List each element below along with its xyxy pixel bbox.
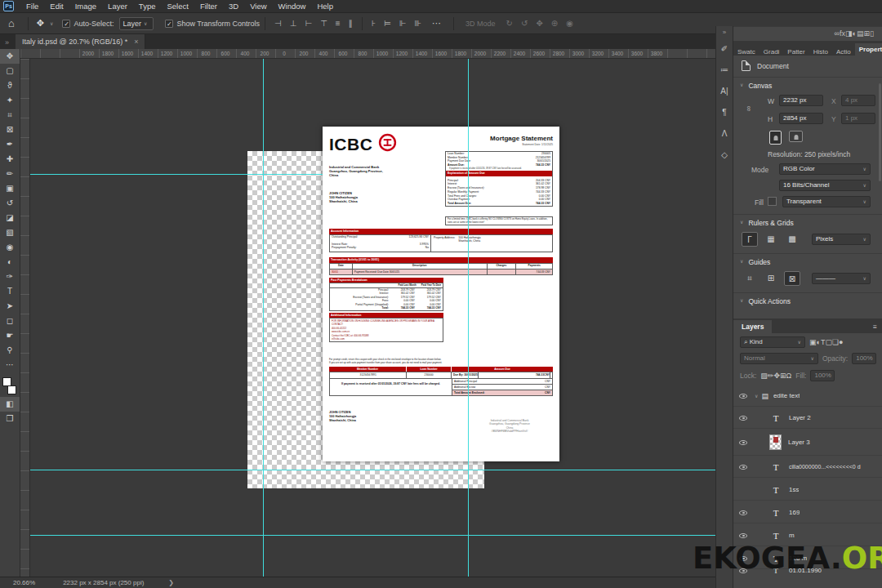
chevron-down-icon[interactable]: ∨ [755, 393, 758, 399]
mode-dropdown[interactable]: RGB Color∨ [779, 163, 871, 175]
tab-properties[interactable]: Properties [855, 43, 882, 56]
menu-item[interactable]: Help [311, 2, 339, 11]
auto-select-target-dropdown[interactable]: Layer ∨ [119, 17, 154, 30]
tool-button[interactable]: ⌗ [0, 108, 20, 122]
tab-layers[interactable]: Layers [733, 320, 772, 333]
tool-button[interactable]: ⊠ [0, 122, 20, 137]
tab-overflow-icon[interactable]: » [0, 38, 16, 49]
panel-tab[interactable]: Patter [783, 46, 808, 58]
collapsed-panel-icon[interactable]: ✐ [716, 38, 733, 60]
tool-button[interactable]: ✚ [0, 152, 20, 167]
layer-row[interactable]: Layer 3 [733, 430, 882, 456]
layer-row[interactable]: T Layer 2 [733, 408, 882, 429]
panel-tab[interactable]: Histo [809, 46, 832, 58]
menu-item[interactable]: Filter [194, 2, 223, 11]
lock-guides-button[interactable]: ⊞ [763, 271, 779, 286]
layer-row-group[interactable]: ∨ ▤ edite text [733, 385, 882, 407]
collapsed-panel-icon[interactable]: ¶ [716, 102, 733, 123]
layers-action-icon[interactable]: ⊞ [864, 29, 871, 38]
tool-button[interactable]: ✒ [0, 137, 20, 152]
quick-actions-section-header[interactable]: ∨Quick Actions [740, 297, 791, 305]
tool-button[interactable]: ✏ [0, 167, 20, 181]
tool-button[interactable]: ✦ [0, 93, 20, 108]
photoshop-logo-icon[interactable]: Ps [3, 1, 14, 11]
visibility-toggle[interactable] [739, 394, 747, 399]
align-icon[interactable]: ⊣ [270, 19, 286, 28]
distribute-icon[interactable]: ⊦ [368, 19, 380, 28]
align-icon[interactable]: ⊥ [286, 19, 301, 28]
tool-button[interactable]: ◧ [0, 397, 20, 412]
tool-button[interactable]: ▢ [0, 64, 20, 78]
align-icon[interactable]: ≡ [332, 19, 345, 28]
tool-button[interactable]: ☛ [0, 328, 20, 343]
color-swatches[interactable] [0, 376, 20, 397]
layers-menu-icon[interactable]: ≡ [868, 323, 882, 333]
portrait-orientation-button[interactable] [769, 131, 782, 145]
foreground-color-swatch[interactable] [2, 377, 11, 386]
zoom-level[interactable]: 20.66% [13, 579, 35, 586]
visibility-toggle[interactable] [739, 465, 747, 470]
layer-row[interactable]: T 169 [733, 502, 882, 523]
more-options-icon[interactable]: ⋯ [425, 18, 448, 29]
opacity-field[interactable]: 100% [852, 353, 876, 364]
guide-style-dropdown[interactable]: ———∨ [812, 273, 871, 284]
toggle-rulers-button[interactable]: Γ [742, 232, 758, 247]
edit-guides-button[interactable]: ⊠ [784, 271, 800, 286]
layers-action-icon[interactable]: ◨ [845, 29, 853, 38]
rulers-grids-section-header[interactable]: ∨Rulers & Grids [740, 219, 794, 227]
layer-row[interactable]: T 1ss [733, 479, 882, 501]
menu-item[interactable]: Image [69, 2, 102, 11]
auto-select-checkbox[interactable]: ✓ [62, 20, 70, 28]
guides-section-header[interactable]: ∨Guides [740, 258, 770, 266]
menu-item[interactable]: Window [273, 2, 312, 11]
collapsed-panel-icon[interactable]: A| [716, 81, 733, 102]
tool-button[interactable]: ↺ [0, 196, 20, 211]
tool-button[interactable]: ϑ [0, 78, 20, 93]
fill-swatch[interactable] [768, 197, 777, 206]
collapsed-panel-icon[interactable]: Ʌ [716, 123, 733, 145]
tool-button[interactable]: ⚲ [0, 343, 20, 358]
menu-item[interactable]: Type [133, 2, 162, 11]
layer-filter-icon[interactable]: ▢ [825, 338, 832, 346]
layer-row[interactable]: T cilla0000000...<<<<<<<<0 d [733, 457, 882, 478]
menu-item[interactable]: View [244, 2, 272, 11]
align-icon[interactable]: ⊢ [301, 19, 316, 28]
collapsed-panel-icon[interactable]: ◇ [716, 145, 733, 166]
status-arrow-icon[interactable]: ❯ [168, 579, 174, 586]
tool-button[interactable]: ◪ [0, 211, 20, 225]
tool-button[interactable]: ✑ [0, 270, 20, 284]
link-dimensions-icon[interactable]: ∞ [745, 106, 753, 111]
tool-button[interactable]: T [0, 284, 20, 299]
collapsed-panel-icon[interactable]: ≔ [716, 60, 733, 81]
panel-tab[interactable]: Gradi [760, 46, 784, 58]
distribute-icon[interactable]: ⊨ [380, 19, 395, 28]
show-transform-checkbox[interactable]: ✓ [165, 20, 173, 28]
home-icon[interactable]: ⌂ [0, 17, 23, 29]
layer-filter-icon[interactable]: ▣ [809, 338, 817, 346]
tool-button[interactable]: ✥ [0, 49, 20, 64]
visibility-toggle[interactable] [739, 440, 747, 445]
visibility-toggle[interactable] [739, 533, 747, 538]
toggle-pixel-grid-button[interactable]: ▩ [784, 232, 800, 247]
align-icon[interactable]: ⊤ [316, 19, 332, 28]
tool-button[interactable]: ▣ [0, 181, 20, 196]
layer-fill-field[interactable]: 100% [810, 370, 835, 381]
layer-filter-dropdown[interactable]: ⌕ Kind ∨ [740, 336, 805, 348]
tool-button[interactable]: ❐ [0, 412, 20, 426]
menu-item[interactable]: File [20, 2, 44, 11]
tool-button[interactable]: ◉ [0, 240, 20, 255]
tool-button[interactable]: ➤ [0, 299, 20, 314]
background-color-swatch[interactable] [7, 385, 16, 394]
lock-icon[interactable]: Ω [786, 372, 791, 380]
layers-action-icon[interactable]: fx [840, 29, 845, 38]
tool-button[interactable]: ◐ [0, 255, 20, 270]
document-tab[interactable]: Italy id.psd @ 20.7% (RGB/16) * × [16, 34, 145, 49]
menu-item[interactable]: Edit [44, 2, 69, 11]
height-field[interactable]: 2854 px [779, 113, 823, 124]
panel-tab[interactable]: Actio [832, 46, 855, 58]
blend-mode-dropdown[interactable]: Normal∨ [740, 353, 818, 364]
canvas-section-header[interactable]: ∨Canvas [740, 82, 772, 90]
toggle-guides-button[interactable]: ⌗ [742, 271, 758, 286]
menu-item[interactable]: Select [161, 2, 194, 11]
ruler-units-dropdown[interactable]: Pixels∨ [812, 234, 871, 245]
